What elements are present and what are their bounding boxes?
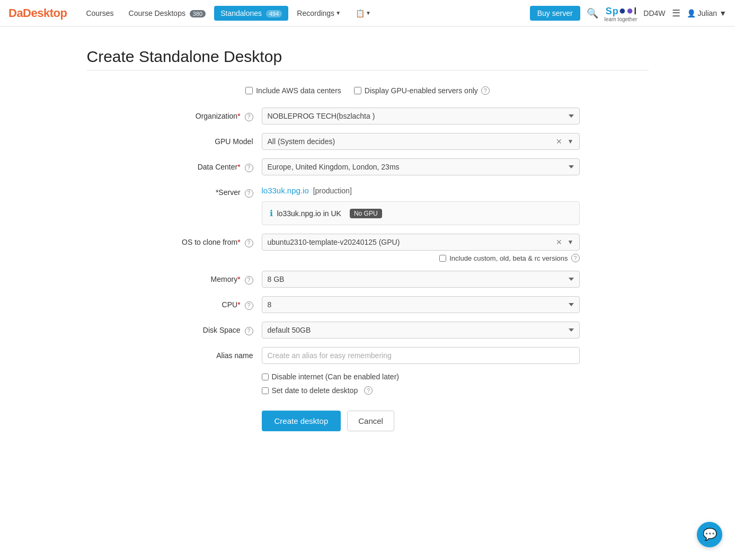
- navbar: DaDesktop Courses Course Desktops 380 St…: [0, 0, 735, 26]
- nav-extra-dropdown[interactable]: 📋 ▼: [349, 6, 377, 21]
- spool-sp: Sp: [606, 6, 619, 16]
- include-aws-label[interactable]: Include AWS data centers: [245, 86, 341, 95]
- search-button[interactable]: 🔍: [587, 7, 598, 19]
- disk-space-row: Disk Space ? default 50GB: [156, 322, 580, 339]
- no-gpu-badge: No GPU: [350, 209, 382, 218]
- standalones-badge: 494: [266, 10, 282, 17]
- os-clone-value: ubuntu2310-template-v20240125 (GPU): [268, 238, 400, 246]
- menu-icon-button[interactable]: ☰: [672, 7, 680, 19]
- cpu-select[interactable]: 8: [262, 296, 580, 313]
- extra-dropdown-arrow: ▼: [366, 10, 371, 16]
- server-help-icon[interactable]: ?: [245, 189, 253, 198]
- top-checkboxes-row: Include AWS data centers Display GPU-ena…: [156, 86, 580, 95]
- memory-select[interactable]: 8 GB: [262, 271, 580, 288]
- server-row: *Server ? lo33uk.npg.io [production] ℹ l…: [156, 184, 580, 225]
- organization-row: Organization* ? NOBLEPROG TECH(bszlachta…: [156, 108, 580, 125]
- include-custom-text: Include custom, old, beta & rc versions: [449, 254, 568, 262]
- nav-standalones[interactable]: Standalones 494: [214, 6, 288, 21]
- data-center-select[interactable]: Europe, United Kingdom, London, 23ms: [262, 158, 580, 175]
- gpu-dropdown-arrow: ▼: [568, 138, 574, 145]
- set-delete-label[interactable]: Set date to delete desktop: [262, 386, 358, 395]
- os-clone-select[interactable]: ubuntu2310-template-v20240125 (GPU) ✕ ▼: [262, 234, 580, 251]
- display-gpu-label[interactable]: Display GPU-enabled servers only ?: [354, 86, 490, 95]
- user-menu[interactable]: 👤 Julian ▼: [687, 9, 727, 17]
- gpu-model-label: GPU Model: [156, 133, 262, 146]
- disk-space-select[interactable]: default 50GB: [262, 322, 580, 339]
- server-detail-box: ℹ lo33uk.npg.io in UK No GPU: [262, 201, 580, 225]
- gpu-model-control: All (System decides) ✕ ▼: [262, 133, 580, 150]
- nav-recordings[interactable]: Recordings ▼: [290, 6, 347, 21]
- data-center-row: Data Center* ? Europe, United Kingdom, L…: [156, 158, 580, 175]
- disk-space-help-icon[interactable]: ?: [245, 327, 253, 335]
- page-title: Create Standalone Desktop: [87, 48, 649, 66]
- include-custom-help-icon[interactable]: ?: [571, 254, 580, 262]
- form-container: Include AWS data centers Display GPU-ena…: [156, 86, 580, 431]
- include-aws-text: Include AWS data centers: [256, 86, 341, 95]
- nav-course-desktops-label: Course Desktops: [129, 9, 185, 17]
- organization-control: NOBLEPROG TECH(bszlachta ): [262, 108, 580, 125]
- set-delete-checkbox[interactable]: [262, 387, 269, 394]
- nav-dd4w[interactable]: DD4W: [643, 9, 665, 17]
- include-aws-checkbox[interactable]: [245, 87, 253, 94]
- disk-space-label: Disk Space ?: [156, 322, 262, 335]
- os-clone-label: OS to clone from* ?: [156, 234, 262, 247]
- info-icon: ℹ: [270, 208, 273, 218]
- recordings-dropdown-arrow: ▼: [335, 10, 341, 16]
- cancel-button[interactable]: Cancel: [347, 411, 394, 431]
- course-desktops-badge: 380: [190, 10, 206, 17]
- organization-label: Organization* ?: [156, 108, 262, 121]
- user-label: Julian: [698, 9, 718, 17]
- os-clear-btn[interactable]: ✕: [556, 238, 562, 246]
- include-custom-checkbox[interactable]: [439, 255, 446, 262]
- memory-help-icon[interactable]: ?: [245, 276, 253, 285]
- spool-dot2: ●: [626, 4, 634, 17]
- disable-internet-text: Disable internet (Can be enabled later): [272, 372, 399, 381]
- nav-course-desktops[interactable]: Course Desktops 380: [122, 6, 212, 21]
- set-delete-help-icon[interactable]: ?: [364, 386, 373, 395]
- brand-name: DaDesktop: [8, 6, 67, 20]
- spool-sub: learn together: [605, 16, 637, 22]
- data-center-control: Europe, United Kingdom, London, 23ms: [262, 158, 580, 175]
- spool-l: l: [634, 6, 637, 16]
- organization-select[interactable]: NOBLEPROG TECH(bszlachta ): [262, 108, 580, 125]
- main-content: Create Standalone Desktop Include AWS da…: [76, 26, 659, 452]
- gpu-clear-btn[interactable]: ✕: [556, 137, 562, 146]
- extra-icon: 📋: [356, 9, 365, 17]
- cpu-control: 8: [262, 296, 580, 313]
- set-delete-text: Set date to delete desktop: [272, 386, 358, 395]
- set-delete-row: Set date to delete desktop ?: [156, 386, 580, 395]
- buy-server-button[interactable]: Buy server: [530, 6, 580, 21]
- disable-internet-checkbox[interactable]: [262, 374, 269, 380]
- include-custom-label[interactable]: Include custom, old, beta & rc versions: [439, 254, 568, 262]
- os-clone-help-icon[interactable]: ?: [245, 239, 253, 247]
- nav-links: Courses Course Desktops 380 Standalones …: [79, 6, 529, 21]
- alias-input[interactable]: [262, 347, 580, 364]
- server-control: lo33uk.npg.io [production] ℹ lo33uk.npg.…: [262, 184, 580, 225]
- org-help-icon[interactable]: ?: [245, 113, 253, 121]
- gpu-model-value: All (System decides): [268, 137, 335, 146]
- cpu-help-icon[interactable]: ?: [245, 301, 253, 310]
- os-clone-control: ubuntu2310-template-v20240125 (GPU) ✕ ▼ …: [262, 234, 580, 262]
- os-dropdown-arrow: ▼: [568, 238, 574, 246]
- gpu-model-row: GPU Model All (System decides) ✕ ▼: [156, 133, 580, 150]
- brand-logo[interactable]: DaDesktop: [8, 6, 67, 20]
- memory-label: Memory* ?: [156, 271, 262, 285]
- data-center-help-icon[interactable]: ?: [245, 164, 253, 172]
- display-gpu-checkbox[interactable]: [354, 87, 361, 94]
- server-name: lo33uk.npg.io: [262, 186, 309, 195]
- include-custom-row: Include custom, old, beta & rc versions …: [262, 254, 580, 262]
- memory-row: Memory* ? 8 GB: [156, 271, 580, 288]
- form-actions: Create desktop Cancel: [156, 411, 580, 431]
- disable-internet-label[interactable]: Disable internet (Can be enabled later): [262, 372, 399, 381]
- server-info: lo33uk.npg.io [production]: [262, 184, 580, 197]
- gpu-model-select[interactable]: All (System decides) ✕ ▼: [262, 133, 580, 150]
- display-gpu-help-icon[interactable]: ?: [481, 86, 490, 95]
- disk-space-control: default 50GB: [262, 322, 580, 339]
- create-desktop-button[interactable]: Create desktop: [262, 411, 341, 431]
- nav-recordings-label: Recordings: [297, 9, 334, 17]
- nav-courses[interactable]: Courses: [79, 6, 120, 21]
- cpu-row: CPU* ? 8: [156, 296, 580, 313]
- title-divider: [87, 70, 649, 70]
- cpu-label: CPU* ?: [156, 296, 262, 310]
- alias-label: Alias name: [156, 347, 262, 360]
